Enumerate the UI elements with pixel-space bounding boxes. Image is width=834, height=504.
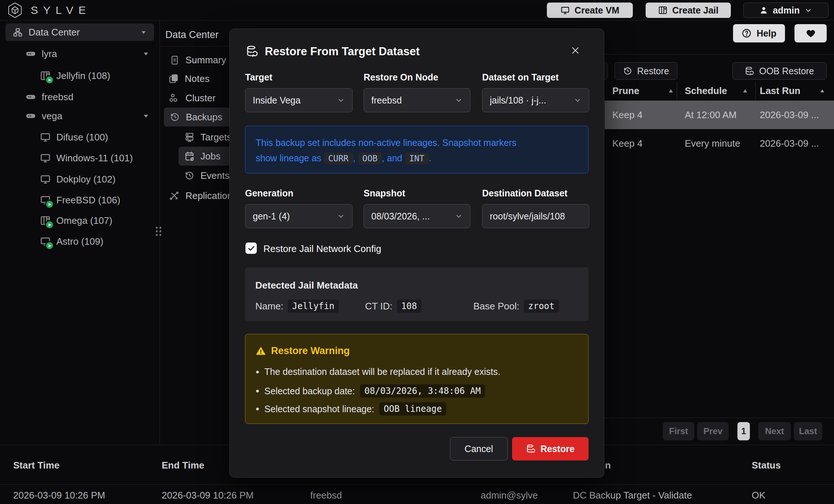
jail-icon xyxy=(40,215,51,226)
field-label-target: Target xyxy=(245,72,273,83)
sort-asc-icon[interactable] xyxy=(742,88,748,94)
heart-icon xyxy=(806,29,816,38)
column-header-status[interactable]: Status xyxy=(752,456,781,475)
favorite-button[interactable] xyxy=(794,24,827,42)
lineage-info-line2: show lineage as CURR, OOB, and INT. xyxy=(256,150,578,166)
oob-restore-button[interactable]: OOB Restore xyxy=(732,62,827,80)
close-icon[interactable] xyxy=(570,45,581,56)
datacenter-selector-label: Data Center xyxy=(29,27,135,38)
nav-item-targets[interactable]: Targets xyxy=(184,128,232,147)
running-badge xyxy=(45,220,54,229)
tree-node-astro[interactable]: Astro (109) xyxy=(40,233,104,250)
column-header-start-time[interactable]: Start Time xyxy=(13,456,60,475)
snapshot-select[interactable]: 08/03/2026, ... xyxy=(364,204,470,228)
column-header-schedule[interactable]: Schedule xyxy=(685,81,727,101)
pagination-prev[interactable]: Prev xyxy=(697,422,729,440)
restore-toolbar-button[interactable]: Restore xyxy=(615,62,677,80)
nav-item-replication[interactable]: Replication xyxy=(169,186,233,205)
tree-node-difuse[interactable]: Difuse (100) xyxy=(40,128,108,146)
shuffle-icon xyxy=(169,191,180,201)
create-vm-button[interactable]: Create VM xyxy=(547,3,633,18)
app-root: SYLVE Create VM Create Jail admin xyxy=(0,0,834,504)
nav-item-backups[interactable]: Backups xyxy=(170,108,222,127)
nav-item-notes[interactable]: Notes xyxy=(168,69,210,88)
warning-snapshot-lineage: OOB lineage xyxy=(379,402,446,415)
tree-label: FreeBSD (106) xyxy=(56,195,120,206)
tree-node-windows-11[interactable]: Windows-11 (101) xyxy=(40,149,133,167)
lineage-chip-int: INT xyxy=(405,153,429,164)
snapshot-select-value: 08/03/2026, ... xyxy=(371,211,430,222)
warning-icon xyxy=(256,346,266,356)
tree-label: Dokploy (102) xyxy=(56,174,116,185)
cancel-button[interactable]: Cancel xyxy=(450,437,508,460)
chevron-down-icon xyxy=(455,96,463,104)
destination-dataset-input[interactable]: root/sylve/jails/108 xyxy=(482,204,589,228)
check-icon xyxy=(247,244,255,252)
divider xyxy=(755,82,756,100)
cell-prune: Keep 4 xyxy=(612,129,642,158)
tree-node-vega[interactable]: vega xyxy=(25,107,149,125)
sort-asc-icon[interactable] xyxy=(819,88,825,94)
running-badge xyxy=(45,241,54,250)
tree-node-omega[interactable]: Omega (107) xyxy=(40,212,112,229)
tree-label: Difuse (100) xyxy=(56,132,108,143)
pagination-page-1[interactable]: 1 xyxy=(737,422,750,440)
nav-item-label: Events xyxy=(200,170,230,181)
help-button[interactable]: Help xyxy=(733,24,785,42)
nav-item-label: Jobs xyxy=(200,151,221,162)
cell-start-time: 2026-03-09 10:26 PM xyxy=(13,486,105,504)
tree-label: Omega (107) xyxy=(56,215,112,226)
warning-bullet-1: • The destination dataset will be replac… xyxy=(256,366,500,377)
restore-confirm-label: Restore xyxy=(540,444,574,454)
nav-item-label: Cluster xyxy=(185,93,215,104)
jail-icon xyxy=(658,5,668,15)
column-header-last-run[interactable]: Last Run xyxy=(760,81,800,101)
cell-end-time: 2026-03-09 10:26 PM xyxy=(162,486,254,504)
pagination-last[interactable]: Last xyxy=(794,422,822,440)
tree-node-jellyfin[interactable]: Jellyfin (108) xyxy=(40,67,110,84)
cell-last-run: 2026-03-09 ... xyxy=(760,101,819,129)
column-header-prune[interactable]: Prune xyxy=(612,81,639,101)
tree-node-freebsd-vm[interactable]: FreeBSD (106) xyxy=(40,191,120,209)
jail-icon xyxy=(40,70,51,82)
sort-asc-icon[interactable] xyxy=(668,88,674,94)
person-icon xyxy=(759,6,768,15)
tree-node-lyra[interactable]: lyra xyxy=(25,45,149,63)
jail-metadata-title: Detected Jail Metadata xyxy=(255,280,358,291)
nav-item-summary[interactable]: Summary xyxy=(170,50,226,69)
generation-select-value: gen-1 (4) xyxy=(253,211,290,222)
nav-item-jobs[interactable]: Jobs xyxy=(184,147,221,166)
column-header-end-time[interactable]: End Time xyxy=(162,456,204,475)
chevron-down-icon xyxy=(574,96,582,104)
sidebar-resize-handle[interactable] xyxy=(156,227,161,236)
chevron-down-icon xyxy=(455,212,463,220)
create-jail-label: Create Jail xyxy=(672,5,718,16)
generation-select[interactable]: gen-1 (4) xyxy=(245,204,353,228)
pagination-next[interactable]: Next xyxy=(758,422,791,440)
create-jail-button[interactable]: Create Jail xyxy=(646,3,731,18)
nav-item-cluster[interactable]: Cluster xyxy=(169,89,215,108)
warning-bullet-2: • Selected backup date: 08/03/2026, 3:48… xyxy=(256,384,485,398)
monitor-icon xyxy=(40,131,51,143)
dataset-select[interactable]: jails/108 · j-j... xyxy=(482,88,589,112)
nav-item-events[interactable]: Events xyxy=(184,166,230,185)
restore-node-select[interactable]: freebsd xyxy=(364,88,470,112)
brand: SYLVE xyxy=(7,2,91,18)
tree-node-dokploy[interactable]: Dokploy (102) xyxy=(40,170,116,188)
network-config-checkbox[interactable] xyxy=(245,242,257,254)
nav-item-label: Backups xyxy=(186,112,222,123)
tree-node-freebsd[interactable]: freebsd xyxy=(25,88,74,106)
cell-schedule: At 12:00 AM xyxy=(685,101,737,129)
oob-restore-label: OOB Restore xyxy=(759,66,814,76)
host-icon xyxy=(25,48,37,60)
user-menu[interactable]: admin xyxy=(743,3,829,18)
restore-confirm-button[interactable]: Restore xyxy=(512,437,589,460)
history-icon xyxy=(170,112,180,122)
database-restore-icon xyxy=(745,66,754,76)
user-name: admin xyxy=(773,5,800,16)
target-select[interactable]: Inside Vega xyxy=(245,88,353,112)
metadata-pool: Base Pool: zroot xyxy=(473,300,559,313)
pagination-first[interactable]: First xyxy=(663,422,694,440)
datacenter-selector[interactable]: Data Center xyxy=(5,23,154,41)
running-badge xyxy=(45,75,54,84)
